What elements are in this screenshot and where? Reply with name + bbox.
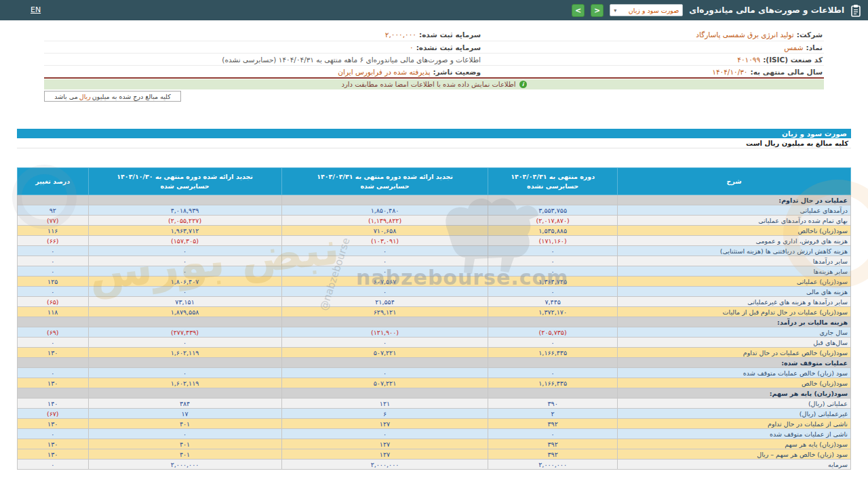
row-value: (۲۰۵,۷۳۵) [488,327,617,338]
page-title: اطلاعات و صورت‌های مالی میاندوره‌ای [689,5,844,15]
table-header-row: شرح دوره منتهی به ۱۴۰۴/۰۴/۳۱حسابرسی نشده… [18,168,851,195]
language-en-link[interactable]: EN [31,5,41,14]
row-value: ۱,۱۶۶,۴۳۵ [488,348,617,358]
row-label: سود (زیان) خالص هر سهم – ریال [617,449,850,460]
previous-statement-button[interactable]: < [572,4,585,17]
row-value: ۴۰۱ [88,439,281,449]
profit-loss-table: شرح دوره منتهی به ۱۴۰۴/۰۴/۳۱حسابرسی نشده… [17,167,851,470]
row-value: ۰ [488,256,617,266]
table-row: سود(زیان) خالص عملیات در حال تداوم۱,۱۶۶,… [18,348,851,358]
row-value: ۰ [88,338,281,348]
row-value: ۳۹۲ [488,439,617,449]
table-row: سایر درآمدها و هزینه های غیرعملیاتی۷,۴۴۵… [18,297,851,307]
ticker-value: شمس [784,43,803,52]
row-value: ۱۳۰ [18,378,89,388]
unregistered-capital-value: ۰ [410,43,414,52]
row-value: ۰ [281,287,488,297]
table-row: سایر هزینه‌ها۰۰۰۰ [18,266,851,277]
row-value [488,195,617,205]
table-row: هزینه مالیات بر درآمد: [18,317,851,327]
row-value: ۳۹۰ [488,399,617,409]
row-label: سایر درآمدها [617,256,850,266]
row-label: هزینه‌ های مالی [617,287,850,297]
row-value: ۱۲۷ [281,449,488,460]
row-value: ۱۲۷ [281,419,488,429]
company-label: شرکت: [797,30,823,39]
row-value: ۱۱۶ [18,226,89,236]
table-row: سود(زیان) ناخالص۱,۵۳۵,۸۸۵۷۱۰,۶۵۸۱,۹۶۳,۷۱… [18,226,851,236]
row-label: هزینه مالیات بر درآمد: [617,317,850,327]
row-value: (۶۷) [18,409,89,419]
row-label: سایر هزینه‌ها [617,266,850,277]
row-label: ناشی از عملیات متوقف شده [617,429,850,439]
table-row: هزینه‌ های مالی۰۰۰۰ [18,287,851,297]
row-value: ۰ [18,429,89,439]
row-value: ۰ [281,246,488,256]
column-header-description: شرح [617,168,850,195]
row-value: ۲,۰۰۰,۰۰۰ [88,460,281,470]
row-value: ۱,۹۶۳,۷۱۲ [88,226,281,236]
table-row: سایر درآمدها۰۰۰۰ [18,256,851,266]
currency-unit-select[interactable]: کلیه مبالغ درج شده به میلیون ریال می باش… [44,91,181,102]
row-value: ۱۲۵ [18,277,89,287]
row-value: (۱۲۱,۹۰۰) [281,327,488,338]
table-row: درآمدهای عملیاتی۳,۵۵۳,۷۵۵۱,۸۵۰,۴۸۰۴,۰۱۸,… [18,205,851,216]
row-value: (۲,۰۵۵,۲۲۷) [88,216,281,226]
row-value: ۱۳۰ [18,348,89,358]
currency-note-post: می باشد [54,93,78,100]
table-row: سود(زیان) پایه هر سهم: [18,388,851,399]
table-row: سال جاری(۲۰۵,۷۳۵)(۱۲۱,۹۰۰)(۲۷۷,۴۳۹)(۶۹) [18,327,851,338]
fiscal-year-label: سال مالی منتهی به: [751,68,823,76]
row-label: هزینه‌ های فروش، اداری و عمومی [617,236,850,246]
statement-type-selected-value: صورت سود و زیان [629,7,679,14]
row-value: ۰ [18,256,89,266]
report-header-group: اطلاعات و صورت‌های مالی میاندوره‌ای صورت… [572,0,861,20]
row-value: (۱۰۳,۰۹۱) [281,236,488,246]
row-value [281,388,488,399]
row-value: ۰ [18,246,89,256]
row-value: ۱,۸۷۹,۵۵۸ [88,307,281,317]
company-name: تولید انرژی برق شمسی پاسارگاد [696,30,793,39]
row-value: ۰ [88,246,281,256]
row-value: ۰ [488,338,617,348]
row-value: (۲۷۷,۴۳۹) [88,327,281,338]
row-label: سود(زیان) ناخالص [617,226,850,236]
industry-code-label: کد صنعت (ISIC): [763,56,823,64]
statement-type-select[interactable]: صورت سود و زیان ▾ [610,4,683,16]
column-header-restated-year-end: تجدید ارائه شده دوره منتهی به ۱۴۰۳/۱۰/۳۰… [88,168,281,195]
row-value: ۰ [488,429,617,439]
row-value: ۱,۸۰۶,۴۰۷ [88,277,281,287]
row-value: ۴۰۱ [88,449,281,460]
table-row: ناشی از عملیات در حال تداوم۳۹۲۱۲۷۴۰۱۱۳۰ [18,419,851,429]
table-row: سود (زیان) خالص هر سهم – ریال۳۹۲۱۲۷۴۰۱۱۳… [18,449,851,460]
issuer-status-value: پذیرفته شده در فرابورس ایران [338,68,430,76]
statement-subtitle: کلیه مبالغ به میلیون ریال است [17,138,851,148]
row-value [18,195,89,205]
top-navigation-bar: EN اطلاعات و صورت‌های مالی میاندوره‌ای ص… [0,0,868,20]
row-label: سرمایه [617,460,850,470]
table-row: هزینه‌ های فروش، اداری و عمومی(۱۷۱,۱۶۰)(… [18,236,851,246]
row-value [88,358,281,368]
registered-capital-label: سرمایه ثبت شده: [419,30,481,39]
row-value: (۶۵) [18,297,89,307]
row-value: ۱۳۰ [18,449,89,460]
row-value: ۰ [488,246,617,256]
row-value: ۳۹۲ [488,419,617,429]
row-value: ۲۱,۵۵۴ [281,297,488,307]
statement-title: صورت سود و زیان [782,129,847,138]
row-value: ۰ [88,256,281,266]
row-value [488,317,617,327]
row-value: ۱,۶۰۲,۱۱۹ [88,378,281,388]
row-value: (۷۷) [18,216,89,226]
row-value: ۰ [88,368,281,378]
row-value: ۴,۰۱۸,۹۳۹ [88,205,281,216]
row-value: ۳,۵۵۳,۷۵۵ [488,205,617,216]
next-statement-button[interactable]: > [591,4,604,17]
column-header-percent-change: درصد تغییر [18,168,89,195]
issuer-status-label: وضعیت ناشر: [433,68,481,76]
row-value: ۰ [18,266,89,277]
row-label: سود(زیان) پایه هر سهم: [617,388,850,399]
row-value: ۱,۸۵۰,۴۸۰ [281,205,488,216]
row-label: سود(زیان) خالص عملیات در حال تداوم [617,348,850,358]
row-value: ۰ [281,368,488,378]
